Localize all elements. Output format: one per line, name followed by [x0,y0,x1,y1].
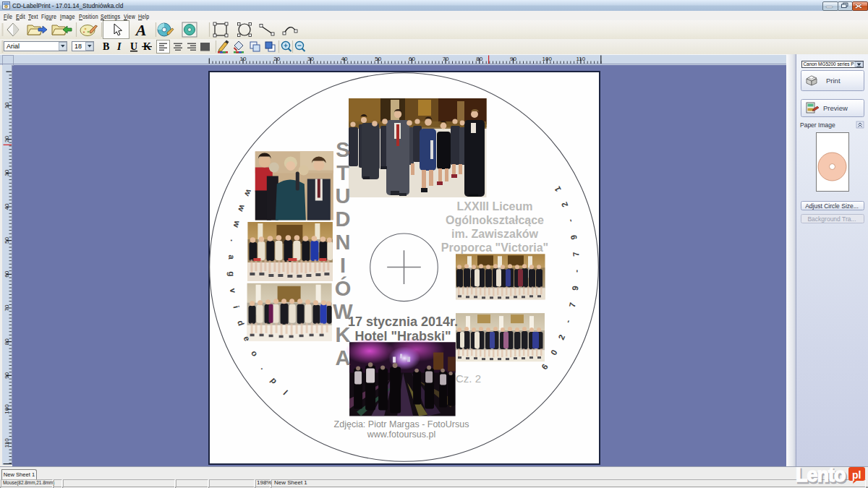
svg-text:40: 40 [341,56,348,62]
svg-text:10: 10 [240,56,247,62]
svg-text:18: 18 [75,43,82,50]
svg-text:Preview: Preview [823,104,848,112]
svg-text:Arial: Arial [7,43,20,50]
svg-text:30: 30 [307,56,314,62]
svg-text:40: 40 [4,203,10,210]
svg-text:90: 90 [4,372,10,378]
svg-text:50: 50 [375,56,381,62]
svg-text:U: U [130,41,137,52]
svg-text:60: 60 [4,270,10,277]
svg-text:I: I [116,41,122,52]
svg-text:Canon MG5200 series P: Canon MG5200 series P [804,61,854,67]
svg-text:80: 80 [476,56,482,62]
svg-text:Adjust Circle Size...: Adjust Circle Size... [805,202,859,210]
svg-text:50: 50 [4,237,10,244]
svg-text:30: 30 [4,169,10,176]
svg-text:100: 100 [542,56,553,62]
svg-text:70: 70 [4,304,10,311]
svg-text:B: B [103,41,109,52]
svg-text:110: 110 [4,438,10,448]
svg-text:Print: Print [826,77,841,85]
svg-text:110: 110 [576,56,586,62]
svg-text:80: 80 [4,338,10,345]
svg-text:Paper Image: Paper Image [800,121,835,129]
svg-text:20: 20 [273,56,280,62]
svg-text:Background Tra...: Background Tra... [807,215,856,223]
svg-text:Lento: Lento [796,464,846,486]
svg-text:100: 100 [4,404,10,414]
svg-text:pl: pl [852,469,861,481]
svg-text:60: 60 [409,56,415,62]
svg-text:70: 70 [443,56,449,62]
svg-text:A: A [135,21,147,39]
svg-text:10: 10 [4,102,10,108]
svg-text:20: 20 [4,136,10,142]
svg-text:90: 90 [510,56,516,62]
